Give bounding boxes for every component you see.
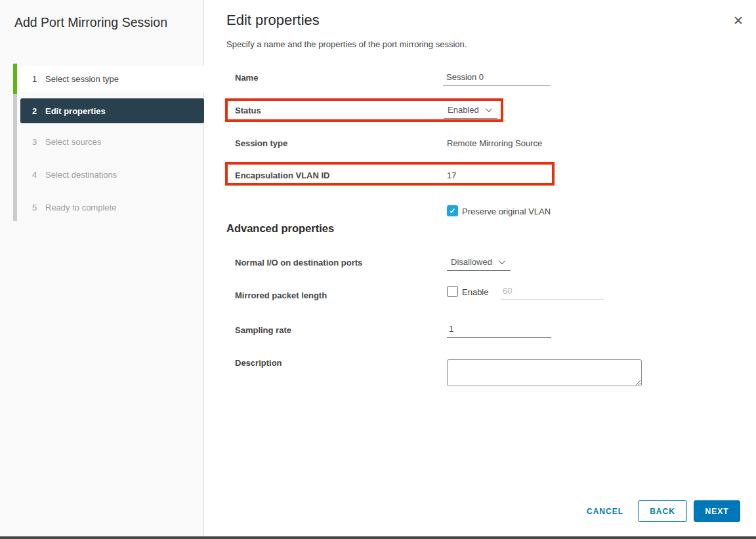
mirrored-packet-length-input [501, 283, 604, 300]
step-label: Select session type [45, 74, 119, 84]
step-number: 1 [32, 74, 37, 84]
close-icon[interactable]: ✕ [733, 14, 744, 28]
encapsulation-vlan-id-value[interactable]: 17 [447, 170, 456, 180]
wizard-title: Add Port Mirroring Session [14, 14, 178, 31]
wizard-content-pane: ✕ Edit properties Specify a name and the… [205, 0, 756, 536]
session-type-value: Remote Mirroring Source [447, 138, 542, 148]
name-input[interactable] [443, 69, 551, 86]
normal-io-dropdown-value: Disallowed [451, 257, 492, 267]
add-port-mirroring-dialog: Add Port Mirroring Session 1 Select sess… [0, 0, 756, 539]
dialog-bottom-edge [0, 536, 756, 539]
status-dropdown[interactable]: Enabled [444, 102, 497, 119]
step-number: 5 [32, 203, 37, 212]
back-button[interactable]: BACK [638, 500, 687, 522]
mirrored-packet-length-enable-label: Enable [462, 287, 488, 297]
sidebar-step-edit-properties[interactable]: 2 Edit properties [20, 98, 204, 123]
step-label: Select destinations [45, 170, 117, 180]
step-number: 2 [32, 106, 37, 116]
description-textarea[interactable] [447, 359, 642, 386]
page-subtitle: Specify a name and the properties of the… [226, 39, 467, 49]
sidebar-step-select-sources: 3 Select sources [17, 129, 204, 155]
description-label: Description [235, 358, 282, 368]
sampling-rate-input[interactable] [447, 321, 551, 338]
session-type-label: Session type [235, 138, 287, 148]
mirrored-packet-length-enable-checkbox[interactable] [447, 286, 458, 297]
normal-io-label: Normal I/O on destination ports [235, 258, 362, 268]
chevron-down-icon [486, 106, 492, 112]
step-label: Select sources [45, 137, 101, 147]
chevron-down-icon [499, 258, 505, 264]
sampling-rate-label: Sampling rate [235, 325, 291, 335]
next-button[interactable]: NEXT [694, 500, 740, 522]
status-dropdown-value: Enabled [448, 105, 479, 115]
name-label: Name [235, 73, 258, 83]
sidebar-step-select-session-type[interactable]: 1 Select session type [17, 66, 204, 92]
preserve-original-vlan-label: Preserve original VLAN [462, 207, 551, 216]
step-label: Edit properties [45, 106, 106, 116]
check-icon: ✓ [449, 207, 455, 216]
wizard-sidebar: Add Port Mirroring Session 1 Select sess… [0, 0, 204, 536]
page-title: Edit properties [226, 12, 320, 29]
normal-io-dropdown[interactable]: Disallowed [447, 254, 511, 271]
step-label: Ready to complete [45, 203, 116, 212]
mirrored-packet-length-label: Mirrored packet length [235, 290, 327, 300]
encapsulation-vlan-id-label: Encapsulation VLAN ID [235, 170, 329, 180]
status-label: Status [235, 106, 261, 115]
step-number: 4 [32, 170, 37, 180]
sidebar-step-select-destinations: 4 Select destinations [17, 161, 204, 188]
cancel-button[interactable]: CANCEL [580, 500, 630, 522]
advanced-properties-heading: Advanced properties [226, 222, 334, 235]
step-number: 3 [32, 137, 37, 147]
sidebar-step-ready-to-complete: 5 Ready to complete [17, 194, 204, 220]
preserve-original-vlan-checkbox[interactable]: ✓ [447, 205, 458, 216]
